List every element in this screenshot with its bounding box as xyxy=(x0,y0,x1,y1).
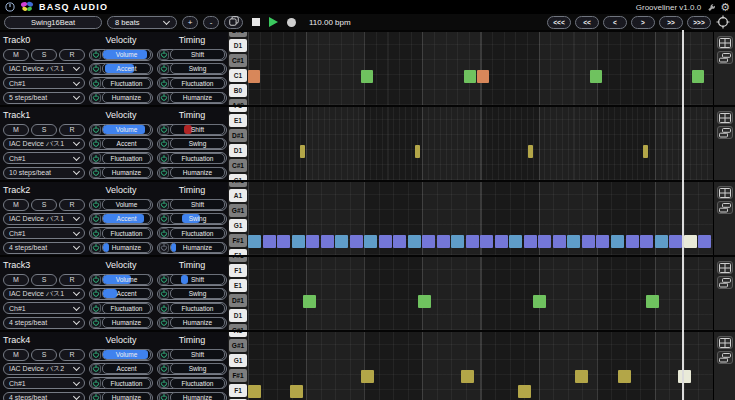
pattern-toggle-icon[interactable] xyxy=(717,126,733,139)
solo-button[interactable]: S xyxy=(31,124,57,136)
note-cell[interactable] xyxy=(300,145,305,158)
note-cell[interactable] xyxy=(618,370,631,383)
note-cell[interactable] xyxy=(590,70,602,83)
add-beat-button[interactable]: + xyxy=(182,16,198,29)
note-cell[interactable] xyxy=(553,235,566,248)
note-cell[interactable] xyxy=(393,235,406,248)
solo-button[interactable]: S xyxy=(31,199,57,211)
power-button[interactable] xyxy=(159,200,169,210)
note-cell[interactable] xyxy=(364,235,377,248)
channel-select[interactable]: Ch#1 xyxy=(3,377,85,389)
note-cell[interactable] xyxy=(415,145,420,158)
note-cell[interactable] xyxy=(477,70,489,83)
accent-slider[interactable]: Accent xyxy=(102,363,151,374)
accent-slider[interactable]: Accent xyxy=(102,213,151,224)
note-cell[interactable] xyxy=(361,70,373,83)
note-cell[interactable] xyxy=(408,235,421,248)
swing-slider[interactable]: Swing xyxy=(170,63,225,74)
volume-slider[interactable]: Volume xyxy=(102,124,151,135)
device-select[interactable]: IAC Device バス1 xyxy=(3,213,85,225)
note-cell[interactable] xyxy=(678,370,691,383)
volume-slider[interactable]: Volume xyxy=(102,349,151,360)
power-button[interactable] xyxy=(159,139,169,149)
steps-select[interactable]: 4 steps/beat xyxy=(3,317,85,329)
power-button[interactable] xyxy=(91,93,101,103)
note-cell[interactable] xyxy=(350,235,363,248)
shift-slider[interactable]: Shift xyxy=(170,49,225,60)
swing-slider[interactable]: Swing xyxy=(170,138,225,149)
record-arm-button[interactable]: R xyxy=(59,349,85,361)
power-button[interactable] xyxy=(159,393,169,400)
note-cell[interactable] xyxy=(698,235,711,248)
swing-slider[interactable]: Swing xyxy=(170,363,225,374)
note-cell[interactable] xyxy=(575,370,588,383)
power-button[interactable] xyxy=(91,318,101,328)
step-grid[interactable] xyxy=(248,257,713,330)
power-button[interactable] xyxy=(91,228,101,238)
nav-back-button[interactable]: < xyxy=(603,16,627,29)
pattern-toggle-icon[interactable] xyxy=(717,51,733,64)
fluctuation-slider[interactable]: Fluctuation xyxy=(102,378,151,389)
power-button[interactable] xyxy=(91,50,101,60)
humanize-slider[interactable]: Humanize xyxy=(170,92,225,103)
note-cell[interactable] xyxy=(379,235,392,248)
channel-select[interactable]: Ch#1 xyxy=(3,302,85,314)
humanize-slider[interactable]: Humanize xyxy=(170,317,225,328)
power-button[interactable] xyxy=(91,78,101,88)
note-cell[interactable] xyxy=(248,70,260,83)
grid-toggle-icon[interactable] xyxy=(717,186,733,199)
note-cell[interactable] xyxy=(464,70,476,83)
playhead[interactable] xyxy=(682,30,684,400)
power-button[interactable] xyxy=(91,393,101,400)
note-cell[interactable] xyxy=(480,235,493,248)
humanize-slider[interactable]: Humanize xyxy=(170,242,225,253)
volume-slider[interactable]: Volume xyxy=(102,199,151,210)
power-button[interactable] xyxy=(159,168,169,178)
accent-slider[interactable]: Accent xyxy=(102,288,151,299)
nav-last-button[interactable]: >>> xyxy=(687,16,711,29)
humanize-slider[interactable]: Humanize xyxy=(102,242,151,253)
power-button[interactable] xyxy=(91,303,101,313)
record-arm-button[interactable]: R xyxy=(59,49,85,61)
shift-slider[interactable]: Shift xyxy=(170,349,225,360)
note-cell[interactable] xyxy=(306,235,319,248)
copy-button[interactable] xyxy=(224,16,243,29)
humanize-slider[interactable]: Humanize xyxy=(170,392,225,400)
power-button[interactable] xyxy=(91,139,101,149)
note-cell[interactable] xyxy=(643,145,648,158)
power-button[interactable] xyxy=(159,303,169,313)
fluctuation-slider[interactable]: Fluctuation xyxy=(102,303,151,314)
step-grid[interactable] xyxy=(248,32,713,105)
pattern-length-select[interactable]: 8 beats xyxy=(107,16,177,29)
stop-button[interactable] xyxy=(252,18,260,26)
humanize-slider[interactable]: Humanize xyxy=(102,392,151,400)
note-cell[interactable] xyxy=(626,235,639,248)
power-button[interactable] xyxy=(91,168,101,178)
preset-button[interactable]: Swing16Beat xyxy=(4,16,102,29)
power-button[interactable] xyxy=(159,318,169,328)
steps-select[interactable]: 10 steps/beat xyxy=(3,167,85,179)
fluctuation-slider[interactable]: Fluctuation xyxy=(102,78,151,89)
humanize-slider[interactable]: Humanize xyxy=(102,92,151,103)
fluctuation-slider[interactable]: Fluctuation xyxy=(170,78,225,89)
channel-select[interactable]: Ch#1 xyxy=(3,227,85,239)
fluctuation-slider[interactable]: Fluctuation xyxy=(170,378,225,389)
note-cell[interactable] xyxy=(567,235,580,248)
note-cell[interactable] xyxy=(248,235,261,248)
note-cell[interactable] xyxy=(646,295,659,308)
crosshair-icon[interactable] xyxy=(715,16,731,29)
shift-slider[interactable]: Shift xyxy=(170,124,225,135)
note-cell[interactable] xyxy=(437,235,450,248)
power-button[interactable] xyxy=(91,275,101,285)
note-cell[interactable] xyxy=(524,235,537,248)
mute-button[interactable]: M xyxy=(3,349,29,361)
note-cell[interactable] xyxy=(451,235,464,248)
volume-slider[interactable]: Volume xyxy=(102,49,151,60)
grid-toggle-icon[interactable] xyxy=(717,336,733,349)
record-arm-button[interactable]: R xyxy=(59,274,85,286)
note-cell[interactable] xyxy=(640,235,653,248)
volume-slider[interactable]: Volume xyxy=(102,274,151,285)
step-grid[interactable] xyxy=(248,182,713,255)
power-button[interactable] xyxy=(159,78,169,88)
note-cell[interactable] xyxy=(655,235,668,248)
